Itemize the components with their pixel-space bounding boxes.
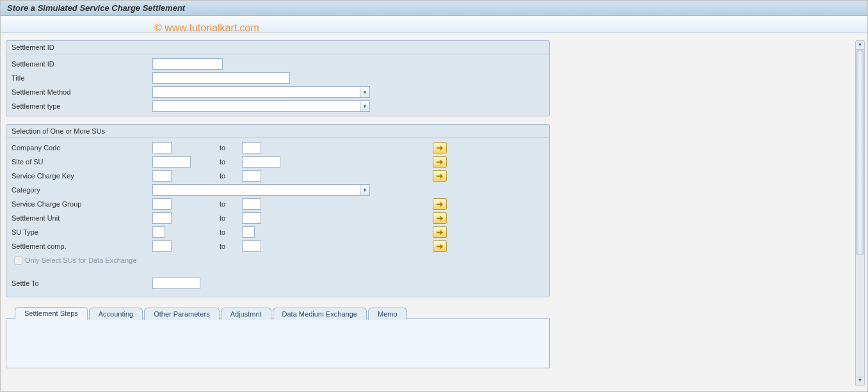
arrow-right-icon bbox=[437, 230, 443, 235]
to-label: to bbox=[216, 228, 242, 236]
panel-header-settlement-id: Settlement ID bbox=[6, 41, 549, 54]
settlement-method-label: Settlement Method bbox=[12, 88, 152, 96]
site-multi-button[interactable] bbox=[433, 156, 447, 168]
tab-content bbox=[6, 318, 550, 368]
key-from-input[interactable] bbox=[152, 170, 172, 182]
vertical-scrollbar[interactable]: ▲ ▼ bbox=[855, 40, 865, 386]
site-of-su-label: Site of SU bbox=[12, 158, 152, 166]
tab-data-medium-exchange[interactable]: Data Medium Exchange bbox=[273, 308, 367, 320]
settlement-type-dropdown[interactable]: ▼ bbox=[152, 100, 370, 112]
panel-selection-sus: Selection of One or More SUs Company Cod… bbox=[6, 124, 550, 297]
to-label: to bbox=[216, 200, 242, 208]
settlement-comp-label: Settlement comp. bbox=[12, 242, 152, 250]
only-select-checkbox bbox=[14, 256, 22, 265]
comp-to-input[interactable] bbox=[242, 240, 261, 252]
to-label: to bbox=[216, 158, 242, 166]
panel-settlement-id: Settlement ID Settlement ID Title Settle… bbox=[6, 40, 550, 116]
arrow-right-icon bbox=[437, 201, 443, 207]
scroll-down-icon[interactable]: ▼ bbox=[856, 377, 864, 386]
tab-memo[interactable]: Memo bbox=[368, 308, 407, 320]
tab-accounting[interactable]: Accounting bbox=[89, 308, 143, 320]
scroll-up-icon[interactable]: ▲ bbox=[856, 41, 864, 50]
settlement-method-dropdown[interactable]: ▼ bbox=[152, 86, 370, 98]
su-type-to-input[interactable] bbox=[242, 226, 255, 238]
su-type-from-input[interactable] bbox=[152, 226, 165, 238]
only-select-label: Only Select SUs for Data Exchange bbox=[25, 256, 136, 264]
su-type-label: SU Type bbox=[12, 228, 152, 236]
settlement-type-label: Settlement type bbox=[12, 102, 152, 110]
comp-from-input[interactable] bbox=[152, 240, 172, 252]
application-toolbar bbox=[1, 16, 867, 33]
to-label: to bbox=[216, 242, 242, 250]
service-charge-key-label: Service Charge Key bbox=[12, 172, 152, 180]
arrow-right-icon bbox=[437, 173, 443, 179]
category-label: Category bbox=[12, 186, 152, 194]
unit-to-input[interactable] bbox=[242, 212, 261, 224]
settlement-id-label: Settlement ID bbox=[12, 60, 152, 68]
chevron-down-icon: ▼ bbox=[360, 185, 369, 195]
site-to-input[interactable] bbox=[242, 156, 280, 168]
settle-to-input[interactable] bbox=[152, 278, 200, 289]
chevron-down-icon: ▼ bbox=[360, 101, 369, 111]
to-label: to bbox=[216, 214, 242, 222]
panel-body-selection-sus: Company Code to Site of SU to bbox=[6, 138, 549, 297]
app-window: Store a Simulated Service Charge Settlem… bbox=[0, 0, 868, 392]
arrow-right-icon bbox=[437, 159, 443, 165]
service-charge-group-label: Service Charge Group bbox=[12, 200, 152, 208]
unit-from-input[interactable] bbox=[152, 212, 172, 224]
company-code-multi-button[interactable] bbox=[433, 142, 447, 153]
category-dropdown[interactable]: ▼ bbox=[152, 184, 370, 196]
content-area: Settlement ID Settlement ID Title Settle… bbox=[6, 40, 853, 388]
company-code-label: Company Code bbox=[12, 144, 152, 152]
only-select-row: Only Select SUs for Data Exchange bbox=[6, 253, 549, 267]
key-to-input[interactable] bbox=[242, 170, 261, 182]
site-from-input[interactable] bbox=[152, 156, 191, 168]
key-multi-button[interactable] bbox=[433, 170, 447, 182]
settle-to-label: Settle To bbox=[12, 279, 152, 287]
to-label: to bbox=[216, 144, 242, 152]
page-title: Store a Simulated Service Charge Settlem… bbox=[7, 3, 185, 13]
to-label: to bbox=[216, 172, 242, 180]
group-from-input[interactable] bbox=[152, 198, 172, 210]
tab-settlement-steps[interactable]: Settlement Steps bbox=[15, 307, 88, 320]
tab-strip: Settlement Steps Accounting Other Parame… bbox=[6, 305, 550, 319]
settlement-unit-label: Settlement Unit bbox=[12, 214, 152, 222]
arrow-right-icon bbox=[437, 244, 443, 249]
arrow-right-icon bbox=[437, 145, 443, 151]
arrow-right-icon bbox=[437, 216, 443, 221]
panel-header-selection-sus: Selection of One or More SUs bbox=[6, 125, 549, 138]
scrollbar-thumb[interactable] bbox=[856, 51, 864, 255]
chevron-down-icon: ▼ bbox=[360, 87, 369, 97]
title-input[interactable] bbox=[152, 72, 290, 84]
tab-adjustmnt[interactable]: Adjustmnt bbox=[221, 308, 271, 320]
settlement-id-input[interactable] bbox=[152, 58, 223, 70]
comp-multi-button[interactable] bbox=[433, 240, 447, 252]
group-to-input[interactable] bbox=[242, 198, 261, 210]
title-label: Title bbox=[12, 74, 152, 82]
unit-multi-button[interactable] bbox=[433, 212, 447, 224]
group-multi-button[interactable] bbox=[433, 198, 447, 210]
tab-other-parameters[interactable]: Other Parameters bbox=[144, 308, 219, 320]
company-code-from-input[interactable] bbox=[152, 142, 172, 153]
title-bar: Store a Simulated Service Charge Settlem… bbox=[1, 1, 867, 16]
company-code-to-input[interactable] bbox=[242, 142, 261, 153]
panel-body-settlement-id: Settlement ID Title Settlement Method ▼ … bbox=[6, 54, 549, 116]
su-type-multi-button[interactable] bbox=[433, 226, 447, 238]
